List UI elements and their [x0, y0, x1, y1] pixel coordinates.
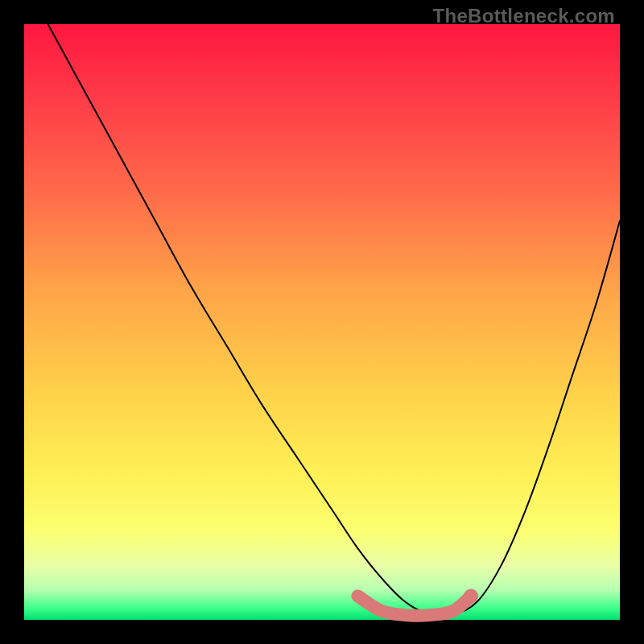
chart-frame: TheBottleneck.com [0, 0, 644, 644]
plot-area [24, 24, 620, 620]
watermark-text: TheBottleneck.com [433, 5, 615, 27]
